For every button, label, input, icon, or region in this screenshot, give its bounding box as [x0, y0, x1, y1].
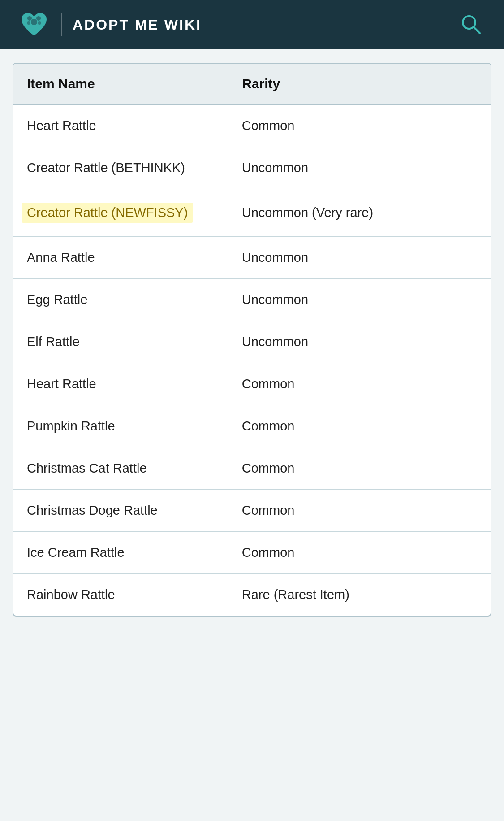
item-rarity-cell: Rare (Rarest Item)	[228, 574, 491, 616]
app-header: ADOPT ME WIKI	[0, 0, 504, 49]
table-row: Heart RattleCommon	[13, 104, 491, 147]
logo-icon	[18, 9, 50, 41]
search-button[interactable]	[456, 9, 486, 41]
table-row: Elf RattleUncommon	[13, 321, 491, 363]
header-left: ADOPT ME WIKI	[18, 9, 202, 41]
main-content: Item Name Rarity Heart RattleCommonCreat…	[0, 49, 504, 630]
item-name-cell: Rainbow Rattle	[13, 574, 228, 616]
table-row: Christmas Doge RattleCommon	[13, 490, 491, 532]
table-row: Pumpkin RattleCommon	[13, 405, 491, 447]
item-rarity-cell: Uncommon	[228, 237, 491, 279]
table-row: Creator Rattle (BETHINKK)Uncommon	[13, 147, 491, 189]
table-container: Item Name Rarity Heart RattleCommonCreat…	[13, 63, 491, 617]
item-name-cell: Christmas Cat Rattle	[13, 447, 228, 490]
item-rarity-cell: Common	[228, 490, 491, 532]
svg-line-6	[474, 27, 480, 33]
item-name-cell: Egg Rattle	[13, 279, 228, 321]
table-row: Egg RattleUncommon	[13, 279, 491, 321]
table-header-row: Item Name Rarity	[13, 64, 491, 104]
items-table: Item Name Rarity Heart RattleCommonCreat…	[13, 64, 491, 616]
item-rarity-cell: Uncommon	[228, 147, 491, 189]
header-divider	[61, 13, 62, 36]
item-rarity-cell: Common	[228, 363, 491, 405]
table-row: Anna RattleUncommon	[13, 237, 491, 279]
item-name-cell: Creator Rattle (BETHINKK)	[13, 147, 228, 189]
item-rarity-cell: Common	[228, 447, 491, 490]
item-rarity-cell: Uncommon	[228, 279, 491, 321]
item-rarity-cell: Uncommon	[228, 321, 491, 363]
item-rarity-cell: Common	[228, 532, 491, 574]
table-row: Rainbow RattleRare (Rarest Item)	[13, 574, 491, 616]
svg-point-1	[36, 16, 41, 21]
item-rarity-cell: Uncommon (Very rare)	[228, 189, 491, 237]
column-header-name: Item Name	[13, 64, 228, 104]
item-rarity-cell: Common	[228, 405, 491, 447]
column-header-rarity: Rarity	[228, 64, 491, 104]
svg-point-2	[31, 19, 37, 25]
item-name-cell: Elf Rattle	[13, 321, 228, 363]
item-name-cell: Creator Rattle (NEWFISSY)	[13, 189, 228, 237]
item-name-cell: Anna Rattle	[13, 237, 228, 279]
table-row: Ice Cream RattleCommon	[13, 532, 491, 574]
item-name-cell: Heart Rattle	[13, 104, 228, 147]
table-row: Heart RattleCommon	[13, 363, 491, 405]
svg-point-4	[38, 21, 41, 25]
table-row: Creator Rattle (NEWFISSY)Uncommon (Very …	[13, 189, 491, 237]
search-icon	[459, 13, 482, 36]
svg-point-3	[27, 21, 30, 25]
highlighted-item-name: Creator Rattle (NEWFISSY)	[22, 203, 193, 223]
item-name-cell: Heart Rattle	[13, 363, 228, 405]
item-rarity-cell: Common	[228, 104, 491, 147]
item-name-cell: Christmas Doge Rattle	[13, 490, 228, 532]
item-name-cell: Pumpkin Rattle	[13, 405, 228, 447]
app-title: ADOPT ME WIKI	[73, 17, 202, 33]
item-name-cell: Ice Cream Rattle	[13, 532, 228, 574]
table-row: Christmas Cat RattleCommon	[13, 447, 491, 490]
svg-point-0	[27, 16, 32, 21]
